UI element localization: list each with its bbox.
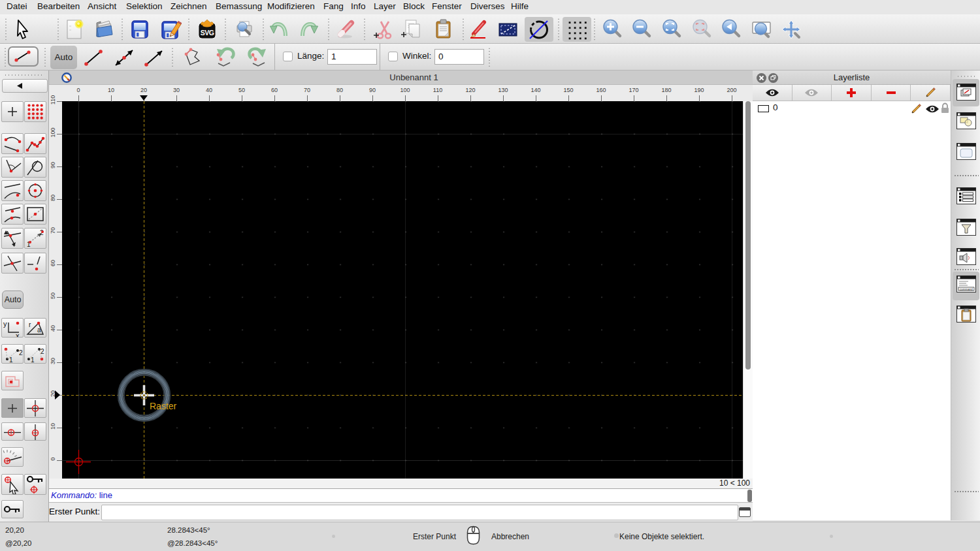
svg-text:1: 1 [9,356,13,363]
svg-text:1: 1 [31,356,35,363]
svg-text:y: y [3,320,7,328]
svg-text:Raster: Raster [150,401,177,411]
svg-text:r: r [29,321,31,328]
svg-text:a: a [37,326,41,334]
svg-text:SVG: SVG [201,29,214,37]
svg-text:2: 2 [41,348,44,355]
svg-text:2: 2 [19,349,23,356]
svg-text:x: x [16,332,20,337]
svg-text:command: command [960,288,973,291]
